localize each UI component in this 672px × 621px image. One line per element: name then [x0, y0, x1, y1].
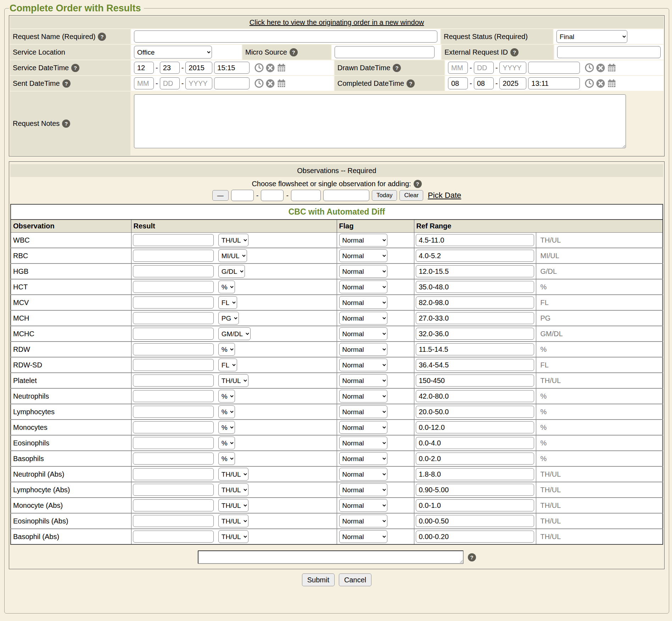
help-icon[interactable] — [510, 48, 519, 56]
result-input[interactable] — [133, 281, 214, 293]
help-icon[interactable] — [98, 33, 106, 41]
flag-select[interactable]: Normal — [339, 327, 387, 340]
ref-range-input[interactable] — [416, 406, 534, 418]
result-unit-select[interactable]: % — [218, 437, 235, 449]
today-button[interactable]: Today — [372, 190, 397, 201]
flag-select[interactable]: Normal — [339, 499, 387, 512]
sent-year-input[interactable] — [185, 77, 212, 89]
ref-range-input[interactable] — [416, 468, 534, 480]
flag-select[interactable]: Normal — [339, 249, 387, 262]
result-unit-select[interactable]: % — [218, 343, 235, 356]
ref-range-input[interactable] — [416, 484, 534, 496]
result-input[interactable] — [133, 468, 214, 480]
clear-button[interactable]: Clear — [399, 190, 423, 201]
result-input[interactable] — [133, 390, 214, 402]
flag-select[interactable]: Normal — [339, 468, 387, 481]
pick-date-link[interactable]: Pick Date — [428, 191, 461, 200]
result-unit-select[interactable]: FL — [218, 296, 237, 309]
drawn-year-input[interactable] — [499, 62, 526, 74]
flag-select[interactable]: Normal — [339, 359, 387, 371]
result-input[interactable] — [133, 265, 214, 277]
ref-range-input[interactable] — [416, 499, 534, 511]
result-input[interactable] — [133, 359, 214, 371]
flag-select[interactable]: Normal — [339, 296, 387, 309]
calendar-icon[interactable] — [276, 63, 286, 73]
completed-month-input[interactable] — [448, 77, 468, 89]
result-input[interactable] — [133, 406, 214, 418]
result-input[interactable] — [133, 296, 214, 309]
flag-select[interactable]: Normal — [339, 421, 387, 434]
flag-select[interactable]: Normal — [339, 452, 387, 465]
completed-year-input[interactable] — [499, 77, 526, 89]
ref-range-input[interactable] — [416, 531, 534, 543]
result-unit-select[interactable]: TH/UL — [218, 234, 248, 246]
help-icon[interactable] — [290, 48, 298, 56]
result-input[interactable] — [133, 421, 214, 433]
result-unit-select[interactable]: TH/UL — [218, 515, 248, 527]
sent-day-input[interactable] — [160, 77, 180, 89]
flag-select[interactable]: Normal — [339, 405, 387, 418]
help-icon[interactable] — [62, 79, 71, 88]
ref-range-input[interactable] — [416, 515, 534, 527]
submit-button[interactable]: Submit — [302, 573, 335, 586]
result-input[interactable] — [133, 234, 214, 246]
sent-month-input[interactable] — [134, 77, 154, 89]
result-input[interactable] — [133, 453, 214, 465]
result-unit-select[interactable]: % — [218, 405, 235, 418]
service-year-input[interactable] — [185, 62, 212, 74]
result-input[interactable] — [133, 343, 214, 355]
result-unit-select[interactable]: GM/DL — [218, 327, 251, 340]
request-status-select[interactable]: Final — [556, 30, 627, 43]
micro-source-input[interactable] — [335, 46, 435, 58]
chooser-year-input[interactable] — [291, 190, 321, 201]
clear-datetime-icon[interactable] — [596, 63, 605, 73]
clock-icon[interactable] — [584, 63, 594, 73]
help-icon[interactable] — [407, 79, 415, 88]
help-icon[interactable] — [62, 120, 70, 128]
clock-icon[interactable] — [254, 78, 264, 88]
result-input[interactable] — [133, 515, 214, 527]
sent-time-input[interactable] — [214, 77, 250, 89]
result-unit-select[interactable]: FL — [218, 359, 237, 371]
service-day-input[interactable] — [160, 62, 180, 74]
calendar-icon[interactable] — [276, 78, 286, 88]
calendar-icon[interactable] — [607, 78, 617, 88]
help-icon[interactable] — [393, 64, 401, 72]
result-input[interactable] — [133, 499, 214, 511]
collapse-button[interactable]: — — [212, 190, 229, 201]
ref-range-input[interactable] — [416, 250, 534, 262]
ref-range-input[interactable] — [416, 359, 534, 371]
help-icon[interactable] — [71, 64, 79, 72]
flag-select[interactable]: Normal — [339, 281, 387, 293]
flag-select[interactable]: Normal — [339, 312, 387, 325]
result-input[interactable] — [133, 312, 214, 324]
result-input[interactable] — [133, 250, 214, 262]
calendar-icon[interactable] — [607, 63, 617, 73]
flag-select[interactable]: Normal — [339, 530, 387, 543]
result-unit-select[interactable]: TH/UL — [218, 483, 248, 496]
result-unit-select[interactable]: MI/UL — [218, 249, 247, 262]
help-icon[interactable] — [414, 180, 422, 188]
completed-day-input[interactable] — [474, 77, 494, 89]
request-notes-textarea[interactable] — [134, 94, 626, 148]
chooser-time-input[interactable] — [323, 190, 369, 201]
result-unit-select[interactable]: % — [218, 281, 235, 293]
clear-datetime-icon[interactable] — [265, 63, 275, 73]
ref-range-input[interactable] — [416, 312, 534, 324]
ref-range-input[interactable] — [416, 296, 534, 309]
ref-range-input[interactable] — [416, 390, 534, 402]
clear-datetime-icon[interactable] — [596, 79, 605, 88]
ref-range-input[interactable] — [416, 375, 534, 387]
result-input[interactable] — [133, 437, 214, 449]
flag-select[interactable]: Normal — [339, 390, 387, 403]
result-unit-select[interactable]: TH/UL — [218, 530, 248, 543]
result-unit-select[interactable]: TH/UL — [218, 374, 248, 387]
service-time-input[interactable] — [214, 62, 250, 74]
ref-range-input[interactable] — [416, 265, 534, 277]
chooser-day-input[interactable] — [261, 190, 284, 201]
drawn-time-input[interactable] — [528, 62, 580, 74]
result-input[interactable] — [133, 531, 214, 543]
clock-icon[interactable] — [584, 78, 594, 88]
result-input[interactable] — [133, 375, 214, 387]
originating-order-link[interactable]: Click here to view the originating order… — [250, 18, 424, 27]
